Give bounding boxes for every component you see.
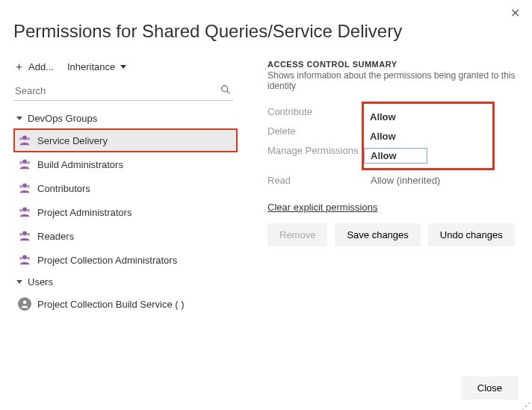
svg-point-11	[22, 208, 27, 212]
add-button[interactable]: ＋ Add...	[13, 60, 54, 74]
svg-point-3	[19, 137, 22, 140]
dialog-title: Permissions for Shared Queries/Service D…	[0, 0, 532, 42]
right-panel: ACCESS CONTROL SUMMARY Shows information…	[238, 60, 532, 316]
perm-label-delete: Delete	[267, 125, 365, 137]
group-icon	[18, 158, 31, 171]
add-label: Add...	[28, 61, 54, 72]
perm-label-read: Read	[267, 175, 365, 186]
summary-subtitle: Shows information about the permissions …	[267, 70, 519, 91]
svg-point-8	[22, 184, 27, 188]
inheritance-dropdown[interactable]: Inheritance	[67, 61, 126, 72]
group-header-label: Users	[28, 276, 53, 288]
close-icon[interactable]: ✕	[510, 6, 520, 20]
sidebar-item-label: Project Administrators	[37, 207, 132, 218]
svg-point-20	[23, 301, 27, 305]
svg-point-13	[27, 209, 30, 212]
group-icon	[18, 181, 31, 195]
chevron-down-icon	[16, 117, 22, 120]
sidebar-item-project-admins[interactable]: Project Administrators	[13, 200, 238, 224]
sidebar-item-label: Contributors	[37, 183, 90, 194]
svg-point-6	[19, 161, 22, 164]
sidebar-item-label: Project Collection Administrators	[37, 255, 177, 266]
sidebar-item-label: Build Administrators	[37, 159, 123, 170]
chevron-down-icon	[16, 280, 22, 284]
search-wrap	[13, 81, 233, 101]
svg-point-2	[22, 136, 27, 140]
sidebar-item-service-delivery[interactable]: Service Delivery	[13, 128, 238, 152]
sidebar-item-build-service[interactable]: Project Collection Build Service ( )	[13, 292, 238, 316]
perm-label-manage: Manage Permissions	[267, 145, 365, 156]
svg-point-15	[19, 233, 22, 236]
perm-label-contribute: Contribute	[267, 106, 365, 117]
group-icon	[18, 229, 31, 243]
plus-icon: ＋	[13, 60, 25, 74]
clear-permissions-link[interactable]: Clear explicit permissions	[267, 202, 377, 213]
svg-point-16	[27, 233, 30, 236]
chevron-down-icon	[120, 65, 126, 69]
svg-point-12	[19, 209, 22, 212]
group-header-label: DevOps Groups	[28, 113, 97, 124]
perm-value-delete[interactable]: Allow	[364, 129, 402, 143]
sidebar-item-contributors[interactable]: Contributors	[13, 176, 238, 200]
user-icon	[18, 297, 31, 311]
perm-value-manage[interactable]: Allow	[364, 148, 427, 164]
group-icon	[18, 134, 31, 147]
sidebar-item-proj-coll-admins[interactable]: Project Collection Administrators	[13, 248, 238, 272]
svg-point-10	[27, 185, 30, 188]
sidebar-item-label: Service Delivery	[37, 135, 108, 146]
sidebar-item-label: Readers	[37, 231, 74, 242]
sidebar-item-build-admins[interactable]: Build Administrators	[13, 152, 238, 176]
group-icon	[18, 253, 31, 267]
remove-button[interactable]: Remove	[267, 223, 327, 246]
svg-point-19	[27, 257, 30, 260]
group-header-devops[interactable]: DevOps Groups	[13, 108, 238, 128]
svg-line-1	[227, 91, 229, 93]
resize-grip-icon: ⋰	[522, 404, 531, 409]
close-button[interactable]: Close	[461, 376, 519, 400]
svg-point-5	[22, 160, 27, 164]
svg-point-9	[19, 185, 22, 188]
highlight-box: Allow Allow Allow	[362, 102, 495, 170]
left-panel: ＋ Add... Inheritance DevOps Groups Servi…	[13, 60, 238, 316]
save-changes-button[interactable]: Save changes	[335, 223, 420, 246]
inheritance-label: Inheritance	[67, 61, 115, 72]
svg-point-0	[222, 86, 228, 92]
group-icon	[18, 205, 31, 219]
perm-value-read[interactable]: Allow (inherited)	[365, 173, 446, 187]
sidebar-item-label: Project Collection Build Service ( )	[37, 299, 185, 310]
search-icon	[220, 84, 230, 96]
summary-title: ACCESS CONTROL SUMMARY	[267, 60, 519, 69]
svg-point-18	[19, 257, 22, 260]
svg-point-4	[27, 137, 30, 140]
svg-point-7	[27, 161, 30, 164]
sidebar-item-readers[interactable]: Readers	[13, 224, 238, 248]
undo-changes-button[interactable]: Undo changes	[428, 223, 515, 246]
search-input[interactable]	[13, 81, 233, 100]
group-header-users[interactable]: Users	[13, 272, 238, 292]
perm-value-contribute[interactable]: Allow	[364, 110, 402, 124]
svg-point-17	[22, 255, 27, 260]
svg-point-14	[22, 232, 27, 236]
